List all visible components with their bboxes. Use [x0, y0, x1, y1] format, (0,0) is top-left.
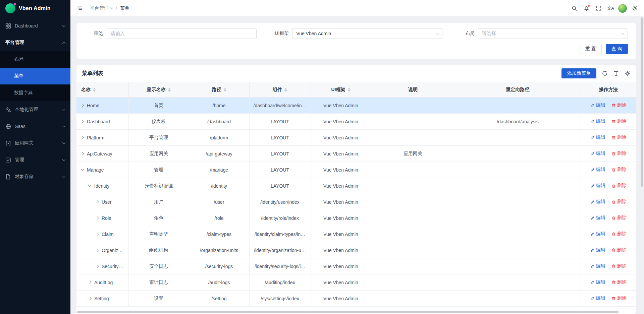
- cell-ui-framework: Vue Vben Admin: [311, 210, 371, 226]
- delete-button[interactable]: 删除: [611, 263, 627, 269]
- refresh-icon[interactable]: [602, 70, 608, 76]
- ui-framework-select[interactable]: Vue Vben Admin: [292, 28, 442, 39]
- sidebar-item-dashboard[interactable]: Dashboard: [0, 17, 70, 34]
- expand-caret-icon[interactable]: [88, 297, 92, 300]
- cell-actions: 编辑 删除: [581, 130, 636, 146]
- edit-button[interactable]: 编辑: [590, 134, 605, 140]
- edit-button[interactable]: 编辑: [590, 167, 605, 173]
- sidebar-item-manage[interactable]: 管理: [0, 151, 70, 168]
- trash-icon: [611, 135, 616, 140]
- horizontal-scrollbar-thumb[interactable]: [77, 311, 619, 313]
- layout-select[interactable]: 请选择: [478, 28, 628, 39]
- sidebar-item-menu[interactable]: 菜单: [0, 68, 70, 84]
- expand-caret-icon[interactable]: [96, 249, 99, 252]
- logo-dot: [14, 3, 16, 5]
- sidebar-item-dict[interactable]: 数据字典: [0, 84, 70, 101]
- cell-actions: 编辑 删除: [581, 258, 636, 274]
- search-button[interactable]: [570, 4, 579, 13]
- expand-caret-icon[interactable]: [81, 168, 84, 171]
- sidebar-item-gateway[interactable]: 应用网关: [0, 135, 70, 151]
- delete-button[interactable]: 删除: [611, 150, 627, 156]
- delete-button[interactable]: 删除: [611, 295, 627, 301]
- edit-button[interactable]: 编辑: [590, 279, 605, 285]
- add-menu-button[interactable]: 添加新菜单: [561, 68, 596, 78]
- vertical-scrollbar-thumb[interactable]: [641, 17, 643, 187]
- expand-caret-icon[interactable]: [81, 152, 84, 155]
- edit-button[interactable]: 编辑: [590, 263, 605, 269]
- delete-button[interactable]: 删除: [611, 183, 627, 189]
- sort-icons[interactable]: [168, 88, 171, 92]
- sidebar-item-platform[interactable]: 平台管理: [0, 34, 70, 51]
- sort-icons[interactable]: [348, 88, 351, 92]
- sort-icons[interactable]: [284, 88, 287, 92]
- edit-button[interactable]: 编辑: [590, 150, 605, 156]
- edit-button[interactable]: 编辑: [590, 102, 605, 108]
- cell-display-name: 用户: [128, 194, 189, 210]
- cell-redirect: [455, 210, 581, 226]
- column-header-ui-framework[interactable]: UI框架: [311, 82, 371, 98]
- sidebar-item-localization[interactable]: 本地化管理: [0, 101, 70, 118]
- column-settings-gear-icon[interactable]: [625, 70, 631, 76]
- column-header-path[interactable]: 路径: [189, 82, 249, 98]
- language-button[interactable]: 文A: [606, 4, 615, 13]
- user-menu-button[interactable]: [618, 4, 627, 13]
- menu-list-panel: 菜单列表 添加新菜单: [76, 65, 636, 314]
- column-header-name[interactable]: 名称: [76, 82, 128, 98]
- edit-button[interactable]: 编辑: [590, 118, 605, 124]
- notification-button[interactable]: [582, 4, 591, 13]
- breadcrumb-item-menu[interactable]: 菜单: [120, 5, 129, 11]
- sidebar-item-layout[interactable]: 布局: [0, 51, 70, 68]
- delete-button[interactable]: 删除: [611, 102, 627, 108]
- cell-redirect: [455, 258, 581, 274]
- edit-button[interactable]: 编辑: [590, 247, 605, 253]
- pencil-icon: [590, 200, 595, 204]
- delete-button[interactable]: 删除: [611, 279, 627, 285]
- delete-button[interactable]: 删除: [611, 199, 627, 205]
- delete-button[interactable]: 删除: [611, 231, 627, 237]
- expand-caret-icon[interactable]: [81, 136, 84, 139]
- row-height-icon[interactable]: [613, 70, 619, 76]
- expand-caret-icon[interactable]: [81, 120, 84, 123]
- delete-button[interactable]: 删除: [611, 118, 627, 124]
- horizontal-scrollbar[interactable]: [77, 311, 635, 313]
- vertical-scrollbar[interactable]: [641, 17, 643, 312]
- logo[interactable]: Vben Admin: [0, 0, 70, 17]
- cell-ui-framework: Vue Vben Admin: [311, 242, 371, 258]
- delete-button[interactable]: 删除: [611, 134, 627, 140]
- column-header-actions: 操作方法: [581, 82, 636, 98]
- edit-button[interactable]: 编辑: [590, 215, 605, 221]
- reset-button[interactable]: 重 置: [580, 44, 602, 54]
- delete-button[interactable]: 删除: [611, 215, 627, 221]
- column-header-component[interactable]: 组件: [249, 82, 311, 98]
- cell-actions: 编辑 删除: [581, 194, 636, 210]
- filter-keyword-input[interactable]: [107, 28, 257, 39]
- edit-button[interactable]: 编辑: [590, 295, 605, 301]
- expand-caret-icon[interactable]: [81, 104, 84, 107]
- cell-path: /user: [189, 194, 249, 210]
- delete-button[interactable]: 删除: [611, 167, 627, 173]
- sidebar-item-storage[interactable]: 对象存储: [0, 168, 70, 185]
- expand-caret-icon[interactable]: [88, 184, 92, 187]
- expand-caret-icon[interactable]: [96, 200, 99, 204]
- sidebar-item-saas[interactable]: Saas: [0, 118, 70, 135]
- delete-button[interactable]: 删除: [611, 247, 627, 253]
- edit-button[interactable]: 编辑: [590, 231, 605, 237]
- edit-button[interactable]: 编辑: [590, 199, 605, 205]
- cell-note: [371, 114, 455, 130]
- expand-caret-icon[interactable]: [96, 233, 99, 236]
- sort-icons[interactable]: [224, 88, 226, 92]
- settings-button[interactable]: [630, 4, 639, 13]
- table-row: Claim 声明类型 /claim-types /identity/claim-…: [76, 226, 636, 242]
- column-header-display-name[interactable]: 显示名称: [128, 82, 189, 98]
- expand-caret-icon[interactable]: [88, 281, 92, 284]
- fullscreen-button[interactable]: [594, 4, 603, 13]
- sidebar-toggle-button[interactable]: [75, 4, 85, 13]
- breadcrumb-separator: /: [116, 6, 117, 11]
- sort-icons[interactable]: [93, 88, 96, 92]
- cell-name: Organiz…: [76, 242, 128, 258]
- expand-caret-icon[interactable]: [96, 216, 99, 220]
- breadcrumb-item-platform[interactable]: 平台管理: [90, 5, 113, 11]
- search-submit-button[interactable]: 查 询: [606, 44, 628, 54]
- edit-button[interactable]: 编辑: [590, 183, 605, 189]
- expand-caret-icon[interactable]: [96, 265, 99, 268]
